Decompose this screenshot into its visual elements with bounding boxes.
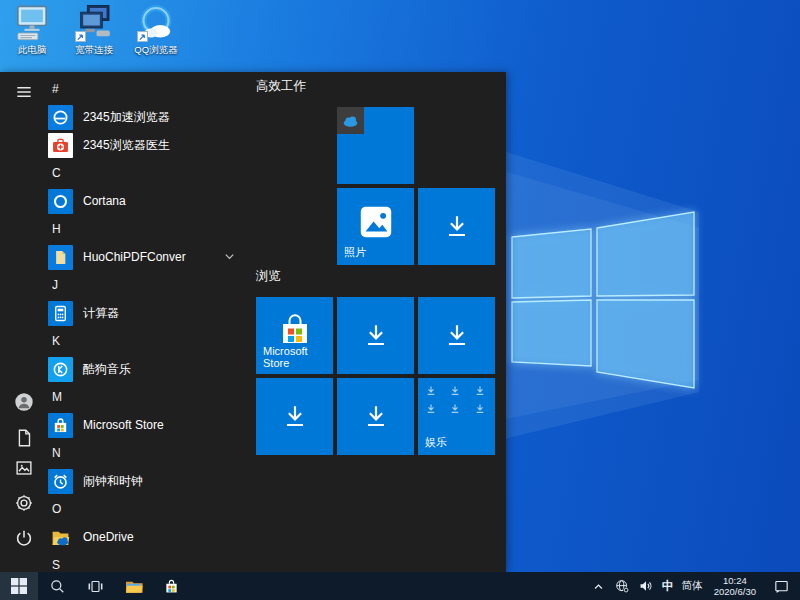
taskbar-microsoft-store-button[interactable]: [152, 572, 190, 600]
mini-download-icon: [448, 402, 464, 416]
section-letter: O: [52, 502, 61, 516]
tile-group-title[interactable]: 高效工作: [256, 78, 306, 95]
app-label: 闹钟和时钟: [83, 473, 143, 490]
app-list-section-header[interactable]: H: [48, 215, 254, 243]
app-list-item[interactable]: Microsoft Store: [48, 411, 254, 439]
tile-label: Microsoft Store: [263, 345, 333, 369]
user-button[interactable]: [12, 390, 36, 414]
network-globe-icon[interactable]: [610, 572, 634, 600]
qq-browser-icon: [136, 3, 176, 43]
app-list-item[interactable]: 酷狗音乐: [48, 355, 254, 383]
language-indicator[interactable]: 简体: [678, 572, 707, 600]
desktop-icon-this-pc[interactable]: 此电脑: [3, 3, 61, 57]
tile-download[interactable]: [256, 378, 333, 455]
desktop-icon-qq-browser[interactable]: QQ浏览器: [127, 3, 185, 57]
tile-Microsoft Store[interactable]: Microsoft Store: [256, 297, 333, 374]
app-label: HuoChiPDFConver: [83, 250, 186, 264]
documents-button[interactable]: [12, 426, 36, 450]
section-letter: K: [52, 334, 60, 348]
action-center-icon[interactable]: [763, 572, 800, 600]
section-letter: M: [52, 390, 62, 404]
app-list-item[interactable]: 2345浏览器医生: [48, 131, 254, 159]
task-view-icon: [87, 578, 104, 595]
desktop-icon-label: 此电脑: [18, 44, 47, 57]
hidden-icons-chevron-icon[interactable]: [587, 572, 610, 600]
mini-download-icon: [473, 384, 489, 398]
desktop-icon-label: 宽带连接: [75, 44, 113, 57]
calculator-icon: [48, 301, 73, 326]
app-list-item[interactable]: 计算器: [48, 299, 254, 327]
app-list-section-header[interactable]: C: [48, 159, 254, 187]
tile-download[interactable]: [337, 297, 414, 374]
app-list-section-header[interactable]: O: [48, 495, 254, 523]
section-letter: J: [52, 278, 58, 292]
tile-download[interactable]: [418, 188, 495, 265]
tile-group-title[interactable]: 浏览: [256, 268, 281, 285]
taskbar-file-explorer-button[interactable]: [114, 572, 152, 600]
taskbar-clock[interactable]: 10:24 2020/6/30: [707, 572, 763, 600]
small-tile-onedrive[interactable]: [337, 107, 364, 134]
download-icon: [418, 297, 495, 374]
tile-download[interactable]: [337, 378, 414, 455]
app-list-item[interactable]: OneDrive: [48, 523, 254, 551]
app-list-section-header[interactable]: S: [48, 551, 254, 572]
alarm-icon: [48, 469, 73, 494]
chevron-down-icon[interactable]: [224, 251, 235, 262]
pictures-button[interactable]: [12, 456, 36, 480]
this-pc-icon: [12, 3, 52, 43]
microsoft-store-icon: [162, 577, 181, 596]
app-list-section-header[interactable]: K: [48, 327, 254, 355]
broadband-icon: [74, 3, 114, 43]
desktop-icon-broadband[interactable]: 宽带连接: [65, 3, 123, 57]
desktop-icon-label: QQ浏览器: [134, 44, 177, 57]
clock-date: 2020/6/30: [714, 586, 756, 597]
tile-娱乐[interactable]: 娱乐: [418, 378, 495, 455]
settings-icon: [13, 492, 35, 514]
download-icon: [418, 188, 495, 265]
store-bag-icon: [48, 413, 73, 438]
taskbar-buttons: [0, 572, 190, 600]
shortcut-arrow-icon: [137, 31, 148, 42]
taskbar-start-button[interactable]: [0, 572, 38, 600]
start-menu-app-list: # 2345加速浏览器 2345浏览器医生 C Cortana H HuoChi…: [48, 75, 254, 572]
download-icon: [337, 378, 414, 455]
section-letter: C: [52, 166, 61, 180]
download-icon: [256, 378, 333, 455]
tile-label: 娱乐: [425, 435, 447, 450]
tile-blank[interactable]: [337, 107, 414, 184]
app-label: 2345浏览器医生: [83, 137, 170, 154]
app-list-section-header[interactable]: M: [48, 383, 254, 411]
power-button[interactable]: [12, 526, 36, 550]
cloud-icon: [342, 112, 359, 129]
clock-time: 10:24: [723, 575, 747, 586]
shortcut-arrow-icon: [75, 31, 86, 42]
kugou-icon: [48, 357, 73, 382]
app-list-item[interactable]: 2345加速浏览器: [48, 103, 254, 131]
menu-button[interactable]: [12, 80, 36, 104]
section-letter: H: [52, 222, 61, 236]
app-label: OneDrive: [83, 530, 134, 544]
app-list-section-header[interactable]: #: [48, 75, 254, 103]
mini-download-icon: [448, 384, 464, 398]
app-list-section-header[interactable]: J: [48, 271, 254, 299]
doctor2345-icon: [48, 133, 73, 158]
ime-indicator[interactable]: 中: [658, 572, 678, 600]
tile-照片[interactable]: 照片: [337, 188, 414, 265]
pdf-icon: [48, 245, 73, 270]
taskbar-task-view-button[interactable]: [76, 572, 114, 600]
app-label: 计算器: [83, 305, 119, 322]
taskbar-search-button[interactable]: [38, 572, 76, 600]
tile-download[interactable]: [418, 297, 495, 374]
mini-download-icon: [424, 402, 440, 416]
app-label: 酷狗音乐: [83, 361, 131, 378]
app-list-item[interactable]: HuoChiPDFConver: [48, 243, 254, 271]
app-label: Cortana: [83, 194, 126, 208]
download-icon: [337, 297, 414, 374]
app-list-section-header[interactable]: N: [48, 439, 254, 467]
app-list-item[interactable]: 闹钟和时钟: [48, 467, 254, 495]
hamburger-icon: [14, 82, 34, 102]
app-list-item[interactable]: Cortana: [48, 187, 254, 215]
settings-button[interactable]: [12, 491, 36, 515]
volume-icon[interactable]: [634, 572, 658, 600]
taskbar: 中 简体 10:24 2020/6/30: [0, 572, 800, 600]
